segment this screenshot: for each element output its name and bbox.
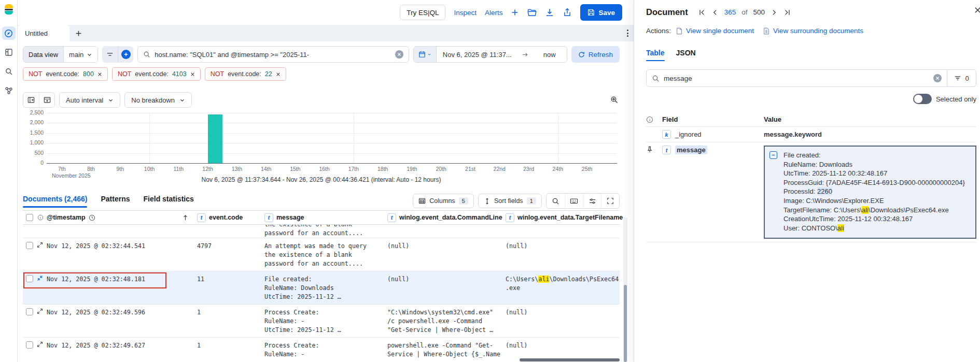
row-checkbox[interactable] — [26, 308, 33, 315]
vertical-scrollbar-thumb[interactable] — [624, 285, 627, 362]
close-icon[interactable] — [974, 6, 980, 14]
filter-negate-label: NOT — [29, 70, 42, 78]
plot-area[interactable] — [47, 113, 617, 164]
nav-dashboards-button[interactable] — [2, 46, 16, 59]
elastic-logo[interactable] — [4, 4, 14, 15]
clear-query-icon[interactable] — [395, 50, 403, 59]
keyboard-shortcuts-button[interactable] — [565, 194, 583, 208]
query-input[interactable]: host.name: "SQL01" and @timestamp >= "20… — [137, 46, 409, 63]
share-icon[interactable] — [563, 8, 572, 17]
fullscreen-button[interactable] — [601, 194, 619, 208]
search-icon — [143, 51, 150, 58]
download-icon[interactable] — [545, 8, 554, 17]
row-checkbox[interactable] — [26, 275, 33, 282]
remove-filter-icon[interactable] — [97, 72, 102, 77]
field-search-input[interactable]: message — [646, 69, 947, 87]
field-name: _ignored — [675, 131, 702, 138]
tab-table[interactable]: Table — [646, 49, 665, 61]
filter-pill[interactable]: NOTevent.code:4103 — [112, 67, 201, 81]
folder-icon[interactable] — [527, 8, 537, 17]
select-all-checkbox[interactable] — [26, 214, 33, 221]
add-filter-button[interactable] — [118, 46, 133, 63]
view-surrounding-documents-link[interactable]: View surrounding documents — [763, 27, 863, 35]
filter-pill[interactable]: NOTevent.code:800 — [23, 67, 108, 81]
filter-pill[interactable]: NOTevent.code:22 — [205, 67, 286, 81]
refresh-label: Refresh — [589, 51, 613, 59]
hide-chart-icon[interactable] — [23, 93, 39, 107]
row-checkbox[interactable] — [26, 341, 33, 349]
field-type-badge: t — [197, 213, 206, 222]
tab-options-kebab-icon[interactable] — [627, 30, 628, 37]
collapse-row-icon[interactable] — [37, 275, 43, 281]
table-row[interactable]: Nov 12, 2025 @ 02:32:49.5961Process Crea… — [23, 305, 620, 338]
field-row-message[interactable]: t message File created:RuleName: Downloa… — [646, 142, 976, 242]
chart-options-icon[interactable] — [39, 93, 54, 107]
view-single-document-link[interactable]: View single document — [676, 27, 754, 35]
tab-untitled[interactable]: Untitled — [18, 25, 69, 41]
command-line-cell — [387, 225, 506, 238]
query-bar: Data view main host.name: "SQL01" and @t… — [23, 46, 620, 63]
chevron-down-icon — [87, 52, 92, 57]
date-start-button[interactable]: Nov 6, 2025 @ 11:37... — [437, 47, 518, 62]
grid-search-button[interactable] — [547, 194, 565, 208]
inspect-link[interactable]: Inspect — [454, 9, 477, 17]
tab-patterns[interactable]: Patterns — [101, 195, 130, 208]
expand-row-icon[interactable] — [37, 242, 43, 248]
chart-inspect-button[interactable] — [610, 96, 619, 104]
tab-json[interactable]: JSON — [676, 49, 696, 61]
remove-filter-icon[interactable] — [190, 72, 195, 77]
grid-toolbar: Columns 5 Sort fields 1 — [413, 193, 620, 209]
columns-button[interactable]: Columns 5 — [413, 194, 474, 208]
new-tab-button[interactable] — [69, 25, 87, 41]
nav-graph-button[interactable] — [2, 84, 16, 97]
table-row-partial[interactable]: the existence of a blankpassword for an … — [23, 225, 620, 238]
pin-icon[interactable] — [646, 146, 660, 153]
last-page-icon[interactable] — [783, 9, 791, 16]
table-row[interactable]: Nov 12, 2025 @ 02:32:48.18111File create… — [23, 271, 620, 305]
header-message[interactable]: tmessage — [264, 213, 387, 222]
plus-icon[interactable] — [511, 8, 519, 17]
remove-filter-icon[interactable] — [276, 72, 281, 77]
next-page-icon[interactable] — [771, 9, 778, 16]
date-end-button[interactable]: now — [533, 47, 567, 62]
save-button[interactable]: Save — [580, 4, 622, 21]
clear-search-icon[interactable] — [933, 74, 942, 82]
tab-field-statistics[interactable]: Field statistics — [144, 195, 194, 208]
data-view-value[interactable]: main — [63, 47, 97, 62]
tab-documents[interactable]: Documents (2,466) — [23, 195, 87, 208]
event-code-cell: 4797 — [197, 238, 264, 271]
sort-fields-button[interactable]: Sort fields 1 — [478, 194, 542, 208]
header-target-filename[interactable]: twinlog.event_data.TargetFilename — [506, 213, 620, 222]
breakdown-select[interactable]: No breakdown — [124, 92, 192, 108]
sort-icon — [484, 198, 491, 205]
field-type-filter-button[interactable]: 0 — [947, 69, 976, 87]
header-event-code[interactable]: tevent.code — [197, 213, 264, 222]
sort-ascending-icon[interactable] — [182, 214, 189, 221]
data-view-picker[interactable]: Data view main — [23, 46, 98, 63]
quick-select-date-button[interactable] — [414, 47, 437, 62]
table-row[interactable]: Nov 12, 2025 @ 02:32:44.5414797An attemp… — [23, 238, 620, 271]
selected-only-toggle[interactable] — [913, 94, 932, 104]
flyout-tabs: Table JSON — [646, 49, 976, 61]
previous-page-icon[interactable] — [711, 9, 719, 16]
header-timestamp[interactable]: @timestamp — [47, 214, 197, 221]
expand-row-icon[interactable] — [37, 308, 43, 314]
alerts-link[interactable]: Alerts — [485, 9, 503, 17]
expand-row-icon[interactable] — [37, 341, 43, 347]
horizontal-scrollbar-thumb[interactable] — [520, 358, 620, 361]
interval-select[interactable]: Auto interval — [59, 92, 120, 108]
header-command-line[interactable]: twinlog.event_data.CommandLine — [387, 213, 506, 222]
try-esql-button[interactable]: Try ES|QL — [400, 5, 445, 20]
nav-search-button[interactable] — [2, 65, 16, 78]
field-row-ignored[interactable]: k _ignored message.keyword — [646, 127, 976, 142]
message-value-box[interactable]: File created:RuleName: DownloadsUtcTime:… — [764, 146, 976, 239]
histogram-bar[interactable] — [208, 114, 222, 163]
refresh-button[interactable]: Refresh — [571, 46, 620, 63]
collapse-icon[interactable] — [769, 151, 777, 159]
display-options-button[interactable] — [583, 194, 601, 208]
row-checkbox[interactable] — [26, 242, 33, 249]
nav-discover-button[interactable] — [2, 26, 16, 40]
row-controls — [23, 305, 47, 337]
saved-query-menu-button[interactable] — [102, 46, 118, 63]
first-page-icon[interactable] — [698, 9, 706, 16]
